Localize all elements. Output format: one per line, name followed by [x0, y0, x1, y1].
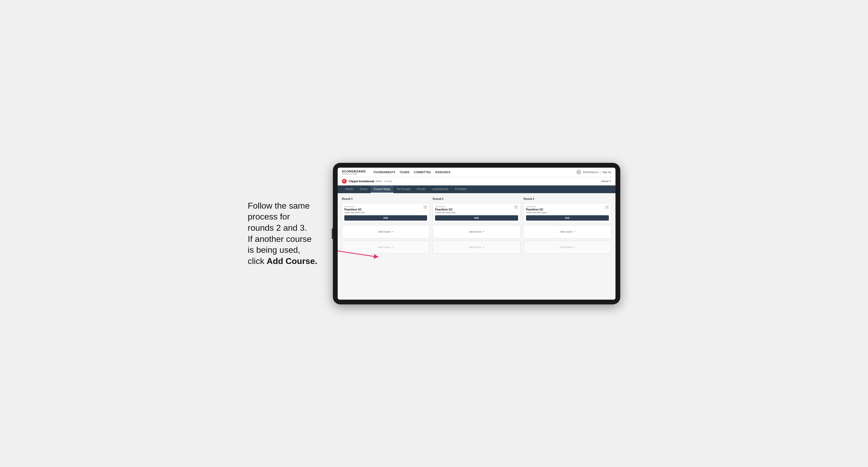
course-info: (Course A) Peachtree GC Yellow (M) (6629…: [344, 206, 365, 214]
round-1-add-course-2: Add Course +: [342, 241, 430, 254]
logo-title: SCOREBOARD: [342, 170, 366, 173]
top-nav: SCOREBOARD Powered by clippd TOURNAMENTS…: [338, 168, 616, 177]
content-area: Round 1 (Course A) Peachtree GC Yellow (…: [338, 193, 616, 300]
round-1-course-card: (Course A) Peachtree GC Yellow (M) (6629…: [342, 203, 430, 223]
tab-course-setup[interactable]: Course Setup: [371, 185, 393, 193]
round-3-column: Round 3 (Course A) Peachtree GC Yellow (…: [524, 197, 611, 254]
round-2-add-course-1[interactable]: Add Course +: [433, 225, 520, 239]
round-1-edit-button[interactable]: Edit: [344, 215, 427, 221]
course-tee-3: Yellow (M) (6629 yds): [526, 211, 547, 214]
course-name-3: Peachtree GC: [526, 208, 547, 211]
instruction-line5: is being used,: [248, 245, 300, 255]
add-course-text-r2-2: Add Course +: [469, 246, 484, 249]
add-course-text-2: Add Course +: [378, 246, 394, 249]
round-3-edit-button[interactable]: Edit: [526, 215, 609, 221]
round-3-add-course-2: Add Course +: [524, 241, 611, 254]
course-card-header-3: (Course A) Peachtree GC Yellow (M) (6629…: [526, 206, 609, 214]
add-course-plus-icon: +: [392, 230, 394, 233]
sub-header-logo: C: [342, 179, 347, 184]
course-name: Peachtree GC: [344, 208, 365, 211]
instruction-line6-prefix: click: [248, 256, 267, 266]
course-copy-icon[interactable]: ⎘: [423, 206, 427, 209]
tablet-screen: SCOREBOARD Powered by clippd TOURNAMENTS…: [338, 168, 616, 300]
nav-link-committee[interactable]: COMMITTEE: [414, 171, 431, 174]
course-card-header-2: (Course A) Peachtree GC Yellow (M) (6629…: [435, 206, 518, 214]
round-3-add-course-1[interactable]: Add Course +: [524, 225, 611, 239]
nav-separator: |: [600, 171, 601, 174]
tab-leaderboards[interactable]: Leaderboards: [429, 185, 452, 193]
course-a-label-3: (Course A): [526, 206, 547, 208]
course-card-header: (Course A) Peachtree GC Yellow (M) (6629…: [344, 206, 427, 214]
sub-header-title: Clippd Invitational: [349, 180, 374, 183]
course-a-label: (Course A): [344, 206, 365, 208]
course-name-2: Peachtree GC: [435, 208, 456, 211]
tab-teams[interactable]: Teams: [356, 185, 371, 193]
round-2-add-course-2: Add Course +: [433, 241, 520, 254]
course-tee-2: Yellow (M) (6629 yds): [435, 211, 456, 214]
add-course-text-r2-1: Add Course +: [469, 230, 484, 233]
round-2-column: Round 2 (Course A) Peachtree GC Yellow (…: [433, 197, 520, 254]
course-a-label-2: (Course A): [435, 206, 456, 208]
round-1-label: Round 1: [342, 197, 430, 200]
sub-header: C Clippd Invitational (Men) Hosting Canc…: [338, 177, 616, 185]
page-wrapper: Follow the same process for rounds 2 and…: [248, 163, 620, 304]
round-2-label: Round 2: [433, 197, 520, 200]
add-course-text-r3-2: Add Course +: [560, 246, 575, 249]
round-2-edit-button[interactable]: Edit: [435, 215, 518, 221]
add-plus-r3-2: +: [574, 246, 575, 249]
add-plus-r2-1: +: [483, 230, 484, 233]
course-card-actions-2: ⎘: [514, 206, 518, 209]
course-copy-icon-3[interactable]: ⎘: [605, 206, 609, 209]
instruction-line2: process for: [248, 212, 290, 221]
round-3-label: Round 3: [524, 197, 611, 200]
tablet-frame: SCOREBOARD Powered by clippd TOURNAMENTS…: [333, 163, 620, 304]
sign-out-link[interactable]: Sign out: [602, 171, 611, 174]
tab-details[interactable]: Details: [342, 185, 356, 193]
nav-link-tournaments[interactable]: TOURNAMENTS: [373, 171, 395, 174]
rounds-grid: Round 1 (Course A) Peachtree GC Yellow (…: [342, 197, 611, 254]
logo-sub: Powered by clippd: [342, 173, 366, 175]
course-info-3: (Course A) Peachtree GC Yellow (M) (6629…: [526, 206, 547, 214]
tablet-side-button: [332, 228, 333, 239]
scoreboard-logo: SCOREBOARD Powered by clippd: [342, 170, 366, 175]
instruction-text: Follow the same process for rounds 2 and…: [248, 200, 322, 267]
tab-tee-groups[interactable]: Tee Groups: [393, 185, 413, 193]
nav-link-teams[interactable]: TEAMS: [400, 171, 410, 174]
top-nav-links: TOURNAMENTS TEAMS COMMITTEE RANKINGS: [373, 171, 571, 174]
add-course-text-r3-1: Add Course +: [560, 230, 575, 233]
add-course-plus-icon-2: +: [392, 246, 394, 249]
top-nav-right: blair@clippd.io | Sign out: [576, 170, 611, 175]
cancel-button[interactable]: Cancel ✕: [601, 180, 611, 183]
add-plus-r2-2: +: [483, 246, 484, 249]
instruction-line3: rounds 2 and 3.: [248, 223, 307, 232]
sub-header-logo-letter: C: [343, 180, 345, 183]
user-email: blair@clippd.io: [583, 171, 598, 174]
add-course-text-1: Add Course +: [378, 230, 394, 233]
instruction-line1: Follow the same: [248, 201, 310, 211]
tab-results[interactable]: Results: [413, 185, 429, 193]
tab-printables[interactable]: Printables: [452, 185, 470, 193]
course-card-actions: ⎘: [423, 206, 427, 209]
round-3-course-card: (Course A) Peachtree GC Yellow (M) (6629…: [524, 203, 611, 223]
course-copy-icon-2[interactable]: ⎘: [514, 206, 518, 209]
course-tee: Yellow (M) (6629 yds): [344, 211, 365, 214]
add-plus-r3-1: +: [574, 230, 575, 233]
instruction-line4: If another course: [248, 234, 312, 244]
sub-header-badge: (Men): [375, 180, 382, 183]
course-info-2: (Course A) Peachtree GC Yellow (M) (6629…: [435, 206, 456, 214]
round-1-add-course-1[interactable]: Add Course +: [342, 225, 430, 239]
tab-bar: Details Teams Course Setup Tee Groups Re…: [338, 185, 616, 193]
instruction-line6-bold: Add Course.: [267, 256, 317, 266]
nav-link-rankings[interactable]: RANKINGS: [435, 171, 451, 174]
round-1-column: Round 1 (Course A) Peachtree GC Yellow (…: [342, 197, 430, 254]
sub-header-hosting: Hosting: [384, 180, 392, 183]
round-2-course-card: (Course A) Peachtree GC Yellow (M) (6629…: [433, 203, 520, 223]
course-card-actions-3: ⎘: [605, 206, 609, 209]
user-avatar: [576, 170, 581, 175]
